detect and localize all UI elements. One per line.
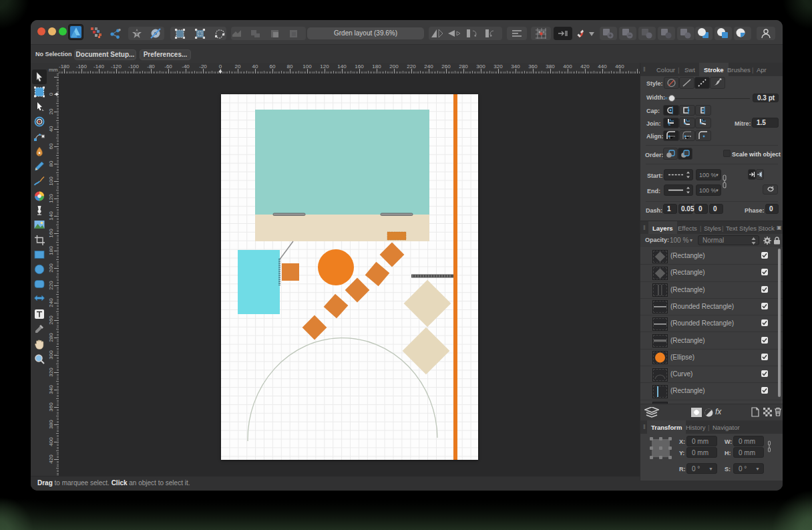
- svg-text:160: 160: [48, 229, 54, 238]
- svg-text:380: 380: [48, 420, 54, 429]
- svg-text:220: 220: [407, 63, 416, 70]
- svg-text:420: 420: [48, 454, 54, 464]
- svg-text:320: 320: [48, 368, 54, 377]
- svg-text:280: 280: [48, 333, 54, 342]
- svg-text:0: 0: [219, 63, 222, 70]
- svg-text:120: 120: [48, 194, 54, 203]
- svg-text:180: 180: [372, 63, 381, 70]
- svg-text:400: 400: [563, 63, 572, 70]
- svg-text:260: 260: [441, 63, 451, 70]
- svg-text:300: 300: [48, 350, 54, 360]
- svg-text:260: 260: [48, 315, 54, 325]
- svg-text:200: 200: [389, 63, 399, 70]
- svg-text:20: 20: [48, 108, 54, 114]
- svg-text:460: 460: [615, 63, 624, 70]
- svg-text:180: 180: [48, 246, 54, 255]
- svg-text:-100: -100: [128, 63, 140, 70]
- svg-text:-120: -120: [111, 63, 122, 70]
- svg-text:320: 320: [493, 63, 503, 70]
- svg-text:140: 140: [337, 63, 347, 70]
- svg-text:-60: -60: [164, 63, 172, 70]
- svg-text:400: 400: [48, 437, 54, 446]
- svg-text:240: 240: [48, 298, 54, 307]
- svg-text:-140: -140: [93, 63, 105, 70]
- svg-text:60: 60: [270, 63, 276, 70]
- svg-text:100: 100: [48, 176, 54, 186]
- svg-text:360: 360: [48, 402, 54, 412]
- svg-text:240: 240: [424, 63, 433, 70]
- svg-text:40: 40: [252, 63, 258, 70]
- svg-text:-40: -40: [182, 63, 190, 70]
- svg-text:60: 60: [48, 143, 54, 149]
- svg-text:160: 160: [355, 63, 364, 70]
- svg-text:340: 340: [48, 385, 54, 394]
- svg-text:80: 80: [287, 63, 293, 70]
- svg-text:220: 220: [48, 281, 54, 290]
- svg-text:440: 440: [598, 63, 607, 70]
- svg-text:0: 0: [48, 92, 54, 96]
- svg-text:200: 200: [48, 263, 54, 273]
- svg-text:80: 80: [48, 160, 54, 166]
- svg-text:140: 140: [48, 211, 54, 221]
- svg-text:120: 120: [320, 63, 329, 70]
- svg-text:340: 340: [511, 63, 520, 70]
- svg-text:100: 100: [302, 63, 312, 70]
- svg-text:40: 40: [48, 126, 54, 132]
- svg-text:280: 280: [459, 63, 468, 70]
- svg-text:380: 380: [546, 63, 555, 70]
- svg-text:-160: -160: [76, 63, 87, 70]
- svg-text:420: 420: [580, 63, 590, 70]
- svg-text:360: 360: [528, 63, 538, 70]
- svg-text:-180: -180: [59, 63, 70, 70]
- svg-text:300: 300: [476, 63, 485, 70]
- svg-text:20: 20: [235, 63, 241, 70]
- svg-text:-20: -20: [199, 63, 207, 70]
- svg-text:-80: -80: [147, 63, 155, 70]
